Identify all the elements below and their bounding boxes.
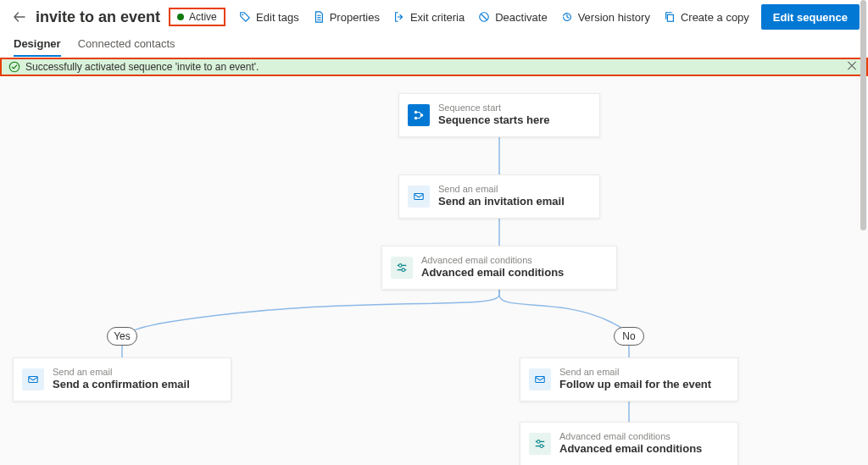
node-caption: Advanced email conditions	[559, 431, 702, 442]
deactivate-button[interactable]: Deactivate	[471, 4, 554, 30]
notification-close-button[interactable]	[846, 60, 858, 75]
tag-icon	[239, 11, 251, 23]
svg-point-4	[415, 111, 418, 114]
node-caption: Send an email	[53, 367, 190, 378]
history-icon	[561, 11, 573, 23]
svg-point-0	[242, 14, 244, 16]
svg-point-8	[399, 264, 403, 268]
svg-rect-11	[536, 377, 545, 383]
status-dot-icon	[177, 14, 184, 20]
node-caption: Send an email	[438, 184, 565, 195]
edit-tags-label: Edit tags	[256, 11, 299, 24]
edit-sequence-button[interactable]: Edit sequence	[761, 4, 860, 30]
copy-icon	[664, 11, 676, 23]
status-text: Active	[189, 11, 217, 23]
node-send-invitation-email[interactable]: Send an email Send an invitation email	[398, 174, 600, 219]
conditions-icon	[529, 433, 551, 455]
node-label: Send an invitation email	[438, 195, 565, 209]
sequence-start-icon	[408, 104, 430, 126]
node-confirmation-email[interactable]: Send an email Send a confirmation email	[13, 357, 231, 401]
notification-bar: Successfully activated sequence 'invite …	[0, 58, 868, 76]
node-sequence-start[interactable]: Sequence start Sequence starts here	[398, 93, 600, 137]
svg-rect-10	[29, 377, 38, 383]
edit-tags-button[interactable]: Edit tags	[232, 4, 306, 30]
deactivate-label: Deactivate	[495, 11, 547, 24]
node-advanced-conditions-2[interactable]: Advanced email conditions Advanced email…	[520, 422, 738, 465]
branch-yes-badge: Yes	[107, 327, 137, 346]
properties-button[interactable]: Properties	[306, 4, 387, 30]
page-title: invite to an event	[36, 8, 160, 26]
branch-no-badge: No	[614, 327, 644, 346]
email-icon	[408, 185, 430, 208]
node-advanced-conditions-1[interactable]: Advanced email conditions Advanced email…	[381, 246, 617, 290]
node-label: Sequence starts here	[438, 113, 550, 128]
exit-criteria-button[interactable]: Exit criteria	[387, 4, 471, 30]
tab-designer[interactable]: Designer	[14, 37, 61, 57]
tab-connected-contacts[interactable]: Connected contacts	[78, 37, 175, 57]
exit-icon	[393, 11, 405, 23]
conditions-icon	[391, 257, 413, 279]
node-label: Send a confirmation email	[53, 378, 190, 392]
success-check-icon	[8, 61, 20, 73]
node-caption: Advanced email conditions	[421, 255, 564, 266]
node-label: Advanced email conditions	[421, 266, 564, 280]
page-scrollbar[interactable]	[860, 0, 866, 186]
notification-message: Successfully activated sequence 'invite …	[25, 61, 259, 73]
node-followup-email[interactable]: Send an email Follow up email for the ev…	[520, 357, 738, 401]
back-button[interactable]	[8, 6, 31, 28]
tabs-bar: Designer Connected contacts	[0, 34, 868, 58]
properties-label: Properties	[330, 11, 380, 24]
svg-point-13	[540, 445, 543, 448]
node-label: Follow up email for the event	[559, 378, 711, 392]
exit-criteria-label: Exit criteria	[410, 11, 465, 24]
document-icon	[313, 11, 325, 23]
designer-canvas[interactable]: Sequence start Sequence starts here Send…	[0, 76, 868, 465]
version-history-button[interactable]: Version history	[554, 4, 657, 30]
version-history-label: Version history	[578, 11, 650, 24]
svg-rect-2	[667, 14, 673, 21]
arrow-left-icon	[13, 10, 26, 24]
deactivate-icon	[478, 11, 490, 23]
svg-point-12	[537, 440, 541, 444]
svg-point-3	[9, 62, 19, 71]
node-caption: Sequence start	[438, 102, 550, 113]
status-badge: Active	[169, 8, 225, 26]
create-copy-label: Create a copy	[681, 11, 749, 24]
edit-sequence-label: Edit sequence	[773, 11, 848, 24]
header-toolbar: invite to an event Active Edit tags Prop…	[0, 0, 868, 34]
svg-rect-7	[415, 194, 424, 200]
svg-point-5	[415, 117, 418, 120]
node-label: Advanced email conditions	[559, 442, 702, 457]
email-icon	[529, 368, 551, 390]
node-caption: Send an email	[559, 367, 711, 378]
email-icon	[22, 368, 44, 390]
create-copy-button[interactable]: Create a copy	[657, 4, 756, 30]
svg-point-9	[402, 268, 405, 272]
close-icon	[846, 60, 858, 72]
